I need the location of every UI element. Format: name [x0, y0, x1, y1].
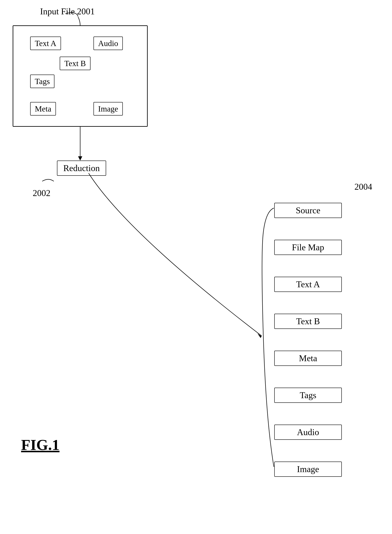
text-a-right-box: Text A [274, 277, 342, 292]
right-col-id-label: 2004 [355, 182, 372, 192]
diagram: Input File 2001 Text A Audio Text B Tags… [0, 0, 392, 534]
tags-right-label: Tags [300, 390, 317, 400]
svg-marker-1 [78, 156, 82, 161]
input-file-label: Input File 2001 [40, 6, 95, 16]
audio-right-label: Audio [297, 427, 319, 437]
reduction-label: Reduction [63, 163, 100, 173]
image-right-box: Image [274, 462, 342, 477]
meta-right-label: Meta [299, 353, 317, 363]
input-meta-label: Meta [35, 104, 51, 113]
input-text-b-box: Text B [60, 57, 90, 70]
file-map-label: File Map [292, 243, 324, 252]
reduction-id-label: 2002 [33, 188, 51, 198]
tags-right-box: Tags [274, 388, 342, 403]
meta-right-box: Meta [274, 351, 342, 366]
input-text-b-label: Text B [64, 59, 86, 68]
audio-right-box: Audio [274, 424, 342, 440]
source-label: Source [296, 205, 321, 215]
input-image-box: Image [93, 102, 123, 115]
fig-label: FIG.1 [21, 436, 60, 454]
input-tags-box: Tags [30, 75, 54, 88]
text-b-right-label: Text B [296, 316, 320, 326]
input-tags-label: Tags [35, 77, 50, 86]
input-audio-box: Audio [93, 37, 123, 50]
image-right-label: Image [297, 464, 319, 474]
text-b-right-box: Text B [274, 314, 342, 329]
source-box: Source [274, 203, 342, 218]
input-text-a-label: Text A [35, 39, 56, 48]
input-image-label: Image [98, 104, 118, 113]
file-map-box: File Map [274, 240, 342, 255]
input-audio-label: Audio [98, 39, 118, 48]
input-file-box: Text A Audio Text B Tags Meta Image [13, 25, 148, 127]
svg-marker-2 [257, 333, 262, 338]
input-text-a-box: Text A [30, 37, 61, 50]
input-meta-box: Meta [30, 102, 56, 115]
text-a-right-label: Text A [296, 279, 320, 289]
reduction-box: Reduction [57, 161, 106, 176]
